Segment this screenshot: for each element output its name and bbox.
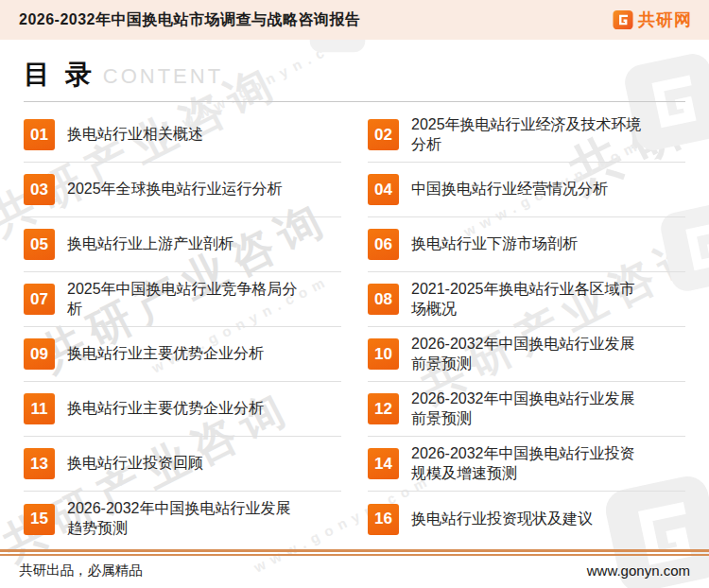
footer-url[interactable]: www.gonyn.com	[587, 562, 690, 579]
toc-title-en: CONTENT	[103, 64, 223, 89]
content-area: 目 录 CONTENT 01 换电站行业相关概述 02 2025年换电站行业经济…	[0, 57, 709, 546]
footer: 共研出品，必属精品 www.gonyn.com	[0, 549, 709, 588]
toc-item[interactable]: 08 2021-2025年换电站行业各区域市场概况	[368, 272, 685, 327]
toc-item-label: 2026-2032年中国换电站行业投资规模及增速预测	[411, 444, 649, 484]
toc-item-label: 2026-2032年中国换电站行业发展前景预测	[411, 335, 649, 374]
toc-item[interactable]: 16 换电站行业投资现状及建议	[368, 492, 685, 546]
report-title: 2026-2032年中国换电站市场调查与战略咨询报告	[19, 10, 361, 30]
toc-item-number: 09	[24, 338, 55, 370]
footer-bar: 共研出品，必属精品 www.gonyn.com	[0, 556, 709, 588]
toc-heading: 目 录 CONTENT	[24, 57, 685, 102]
toc-item[interactable]: 01 换电站行业相关概述	[24, 108, 341, 163]
toc-item-number: 07	[24, 284, 55, 315]
toc-item-number: 02	[368, 119, 399, 150]
gonyn-g-icon	[613, 9, 633, 30]
toc-item[interactable]: 12 2026-2032年中国换电站行业发展前景预测	[368, 382, 685, 437]
toc-item-number: 14	[368, 448, 399, 479]
toc-item-label: 换电站行业相关概述	[67, 125, 203, 145]
toc-item-number: 10	[368, 338, 399, 370]
toc-item[interactable]: 13 换电站行业投资回顾	[24, 437, 341, 492]
toc-item-label: 换电站行业投资回顾	[67, 454, 203, 474]
toc-item-number: 11	[24, 393, 55, 424]
toc-item-label: 2026-2032年中国换电站行业发展前景预测	[411, 389, 649, 429]
toc-item-label: 中国换电站行业经营情况分析	[411, 180, 608, 199]
footer-slogan: 共研出品，必属精品	[19, 562, 143, 579]
toc-item-label: 2025年换电站行业经济及技术环境分析	[411, 115, 649, 155]
toc-item[interactable]: 02 2025年换电站行业经济及技术环境分析	[368, 108, 685, 163]
toc-item[interactable]: 14 2026-2032年中国换电站行业投资规模及增速预测	[368, 437, 685, 492]
brand-logo[interactable]: 共研网	[613, 9, 692, 31]
toc-item-label: 2025年全球换电站行业运行分析	[67, 180, 283, 199]
toc-item[interactable]: 09 换电站行业主要优势企业分析	[24, 327, 341, 382]
toc-item[interactable]: 10 2026-2032年中国换电站行业发展前景预测	[368, 327, 685, 382]
toc-item-number: 04	[368, 174, 399, 205]
toc-item[interactable]: 05 换电站行业上游产业剖析	[24, 217, 341, 272]
toc-title-zh: 目 录	[24, 57, 95, 93]
toc-item-label: 换电站行业主要优势企业分析	[67, 344, 264, 364]
toc-item-number: 15	[24, 504, 55, 535]
toc-item-number: 13	[24, 448, 55, 479]
toc-item[interactable]: 11 换电站行业主要优势企业分析	[24, 382, 341, 437]
toc-item-number: 03	[24, 174, 55, 205]
toc-item-number: 16	[368, 504, 399, 535]
toc-item[interactable]: 06 换电站行业下游市场剖析	[368, 217, 685, 272]
toc-list: 01 换电站行业相关概述 02 2025年换电站行业经济及技术环境分析 03 2…	[24, 108, 685, 546]
toc-item-label: 换电站行业主要优势企业分析	[67, 399, 264, 419]
toc-item-label: 换电站行业下游市场剖析	[411, 234, 578, 254]
toc-item[interactable]: 04 中国换电站行业经营情况分析	[368, 163, 685, 217]
toc-item-label: 换电站行业上游产业剖析	[67, 234, 233, 254]
footer-divider	[0, 549, 709, 556]
toc-item[interactable]: 03 2025年全球换电站行业运行分析	[24, 163, 341, 217]
toc-item-number: 08	[368, 284, 399, 315]
toc-item-number: 05	[24, 229, 55, 260]
report-toc-page: 共研产业咨询 共研产业咨询 共研产业咨询 共研产业咨询 共研 www.gonyn…	[0, 0, 709, 588]
toc-item-label: 换电站行业投资现状及建议	[411, 510, 593, 529]
toc-item-label: 2025年中国换电站行业竞争格局分析	[67, 280, 305, 320]
header-bar: 2026-2032年中国换电站市场调查与战略咨询报告 共研网	[0, 0, 709, 40]
toc-item[interactable]: 15 2026-2032年中国换电站行业发展趋势预测	[24, 492, 341, 546]
toc-item-label: 2026-2032年中国换电站行业发展趋势预测	[67, 499, 305, 539]
toc-item-label: 2021-2025年换电站行业各区域市场概况	[411, 280, 649, 320]
toc-item-number: 12	[368, 393, 399, 424]
toc-item-number: 01	[24, 119, 55, 150]
toc-item[interactable]: 07 2025年中国换电站行业竞争格局分析	[24, 272, 341, 327]
brand-name: 共研网	[638, 9, 692, 31]
toc-item-number: 06	[368, 229, 399, 260]
